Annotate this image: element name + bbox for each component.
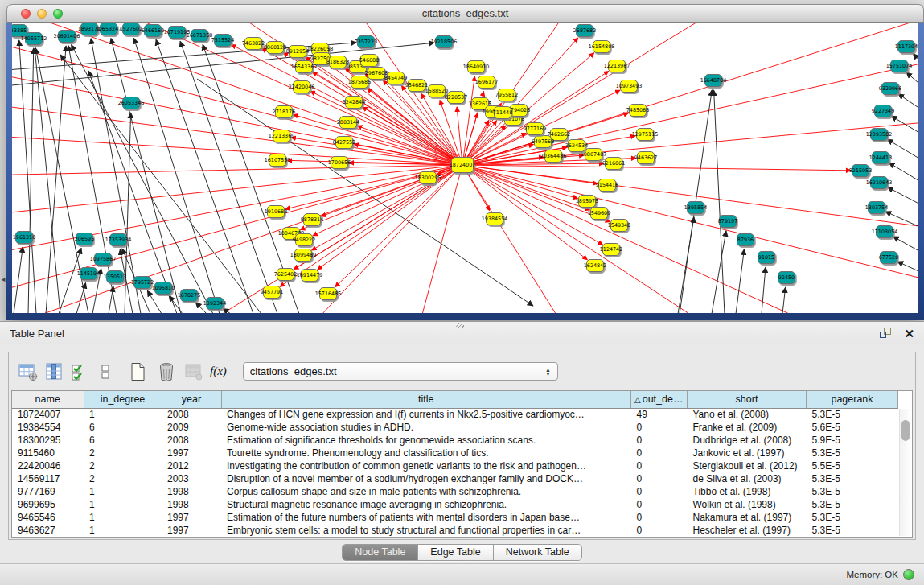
graph-node[interactable]: 1795722 <box>131 277 154 289</box>
graph-node[interactable]: 8427552 <box>333 137 355 149</box>
panel-resize-grip[interactable] <box>456 323 464 328</box>
table-cell[interactable]: Jankovic et al. (1997) <box>688 447 807 459</box>
graph-node[interactable]: 8860128 <box>264 42 286 54</box>
graph-node[interactable]: 1395854 <box>684 202 707 214</box>
tab-network-table[interactable]: Network Table <box>494 545 581 560</box>
table-cell[interactable]: 5.3E-5 <box>807 408 898 421</box>
graph-node[interactable]: 9154416 <box>596 179 618 192</box>
table-cell[interactable]: 2 <box>84 447 162 459</box>
delete-column-icon[interactable] <box>154 360 179 384</box>
table-cell[interactable]: 0 <box>631 511 688 524</box>
graph-node[interactable]: 3624534 <box>565 140 588 152</box>
graph-node[interactable]: 16671358 <box>187 30 213 42</box>
table-cell[interactable]: 2009 <box>162 421 221 434</box>
table-row[interactable]: 1830029562008Estimation of significance … <box>12 434 898 447</box>
table-cell[interactable]: Franke et al. (2009) <box>688 421 807 434</box>
table-cell[interactable]: 1 <box>84 498 162 511</box>
function-builder-icon[interactable]: f(x) <box>207 360 232 384</box>
graph-node[interactable]: 16107553 <box>265 154 291 167</box>
graph-node[interactable]: 19218506 <box>431 36 458 48</box>
table-cell[interactable]: 5.3E-5 <box>807 498 898 511</box>
graph-node[interactable]: 8878314 <box>301 214 323 226</box>
graph-node[interactable]: 20364486 <box>540 150 567 163</box>
graph-node[interactable]: 91015 <box>758 252 775 264</box>
graph-node[interactable]: 12975115 <box>632 129 659 141</box>
column-header-title[interactable]: title <box>221 391 631 408</box>
graph-node[interactable]: 9463627 <box>634 152 657 164</box>
minimize-window-icon[interactable] <box>37 9 47 19</box>
table-cell[interactable]: 9463627 <box>12 524 84 537</box>
table-cell[interactable]: Embryonic stem cells: a model to study s… <box>221 524 631 537</box>
table-cell[interactable]: 0 <box>631 421 688 434</box>
graph-node[interactable]: 16648784 <box>700 75 727 87</box>
graph-node[interactable]: 1244413 <box>869 152 892 164</box>
graph-node[interactable]: 1696177 <box>475 76 498 89</box>
graph-node[interactable]: 92450 <box>778 272 795 284</box>
graph-node[interactable]: 10653247 <box>96 23 122 35</box>
table-cell[interactable]: 5.3E-5 <box>807 472 898 485</box>
column-header-in-degree[interactable]: in_degree <box>84 391 162 408</box>
graph-node[interactable]: 1117304 <box>895 41 918 53</box>
graph-node[interactable]: 9498222 <box>293 234 315 246</box>
table-cell[interactable]: 5.9E-5 <box>807 434 898 447</box>
table-cell[interactable]: 5.3E-5 <box>807 485 898 498</box>
table-cell[interactable]: de Silva et al. (2003) <box>688 472 807 485</box>
table-selector-dropdown[interactable]: citations_edges.txt ▲▼ <box>243 362 558 381</box>
table-cell[interactable]: Estimation of the future numbers of pati… <box>221 511 631 524</box>
float-panel-icon[interactable] <box>880 328 893 340</box>
graph-node[interactable]: 2718176 <box>273 106 295 118</box>
graph-node[interactable]: 20691406 <box>54 31 80 43</box>
graph-node[interactable]: 87936 <box>737 234 754 246</box>
graph-node[interactable]: 7485063 <box>626 105 649 117</box>
graph-node[interactable]: 8454749 <box>384 72 407 84</box>
table-cell[interactable]: Corpus callosum shape and size in male p… <box>221 485 631 498</box>
graph-node[interactable]: 7357223 <box>355 36 377 48</box>
graph-node[interactable]: 9777169 <box>524 123 546 135</box>
table-row[interactable]: 2242004622012Investigating the contribut… <box>12 459 898 472</box>
table-cell[interactable]: 49 <box>631 408 688 421</box>
table-cell[interactable]: 1997 <box>162 511 221 524</box>
table-cell[interactable]: 0 <box>631 434 688 447</box>
table-cell[interactable]: 22420046 <box>12 459 84 472</box>
network-graph[interactable]: 1872400774638228860128891295418226058982… <box>12 23 918 313</box>
close-panel-icon[interactable]: ✕ <box>904 328 914 340</box>
table-cell[interactable]: 9699695 <box>12 498 84 511</box>
graph-node[interactable]: 546688 <box>359 55 379 67</box>
table-cell[interactable]: 2 <box>84 472 162 485</box>
table-cell[interactable]: Changes of HCN gene expression and I(f) … <box>221 408 631 421</box>
graph-node[interactable]: 1350513 <box>104 271 126 283</box>
table-cell[interactable]: 0 <box>631 459 688 472</box>
graph-node[interactable]: 1961310 <box>13 232 35 244</box>
table-row[interactable]: 946362711997Embryonic stem cells: a mode… <box>12 524 898 537</box>
table-cell[interactable]: 1 <box>84 408 162 421</box>
table-cell[interactable]: 5.3E-5 <box>807 511 898 524</box>
graph-node[interactable]: 18099489 <box>290 249 317 262</box>
table-cell[interactable]: 2008 <box>162 434 221 447</box>
table-cell[interactable]: Disruption of a novel member of a sodium… <box>221 472 631 485</box>
graph-node[interactable]: 1875685 <box>348 76 371 89</box>
table-row[interactable]: 911546021997Tourette syndrome. Phenomeno… <box>12 447 898 459</box>
table-cell[interactable]: 1997 <box>162 447 221 459</box>
table-cell[interactable]: Stergiakouli et al. (2012) <box>688 459 807 472</box>
table-cell[interactable]: 9777169 <box>12 485 84 498</box>
graph-node[interactable]: 1700656 <box>328 157 351 169</box>
column-header-name[interactable]: name <box>12 391 84 408</box>
table-cell[interactable]: Tourette syndrome. Phenomenology and cla… <box>221 447 631 459</box>
table-row[interactable]: 1456911722003Disruption of a novel membe… <box>12 472 898 485</box>
close-window-icon[interactable] <box>21 9 31 19</box>
table-cell[interactable]: Genome-wide association studies in ADHD. <box>221 421 631 434</box>
table-cell[interactable]: 14569117 <box>12 472 84 485</box>
new-column-icon[interactable] <box>125 360 150 384</box>
graph-node[interactable]: 16154808 <box>589 41 615 53</box>
graph-node[interactable]: 879197 <box>718 216 737 228</box>
table-cell[interactable]: 9465546 <box>12 511 84 524</box>
graph-node[interactable]: 10975867 <box>90 253 117 266</box>
table-cell[interactable]: Investigating the contribution of common… <box>221 459 631 472</box>
table-cell[interactable]: Wolkin et al. (1998) <box>688 498 807 511</box>
table-cell[interactable]: 2008 <box>162 408 221 421</box>
column-header-out-degree[interactable]: △out_de… <box>631 391 688 408</box>
graph-node[interactable]: 18640910 <box>463 61 490 73</box>
table-cell[interactable]: Structural magnetic resonance image aver… <box>221 498 631 511</box>
graph-node[interactable]: 1919682 <box>265 206 287 218</box>
network-canvas[interactable]: 1872400774638228860128891295418226058982… <box>12 23 918 313</box>
